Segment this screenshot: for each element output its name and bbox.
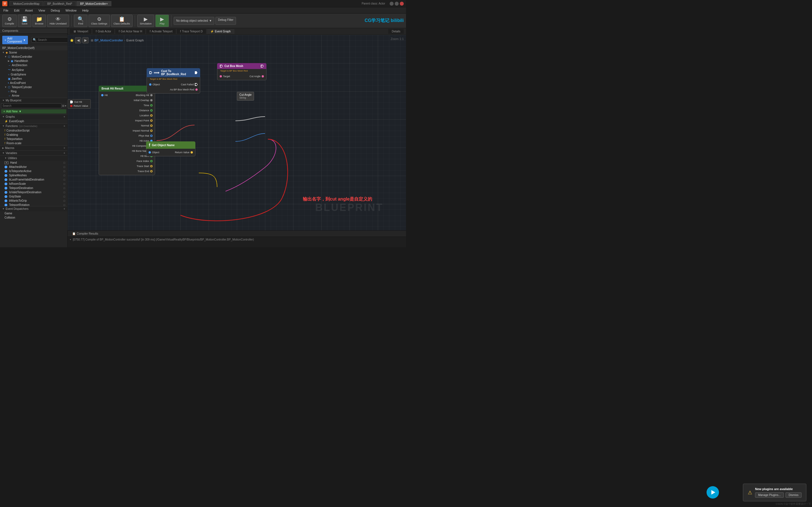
menu-window[interactable]: Window: [64, 8, 78, 13]
ed-collision[interactable]: Collision: [0, 216, 67, 220]
add-new-label: Add New: [6, 110, 18, 113]
class-settings-icon: ⚙: [97, 17, 101, 22]
tree-arc-direction[interactable]: → ArcDirection: [0, 63, 67, 67]
var-blast-frame[interactable]: bLastFrameValidDestination □: [0, 177, 67, 182]
tree-event-graph[interactable]: ⚡ EventGraph: [0, 119, 67, 123]
tab-bp-motion-controller[interactable]: BP_MotionController+: [77, 1, 111, 6]
cut-pin-target: Target Cut Angle: [217, 74, 266, 79]
ed-game[interactable]: Game: [0, 211, 67, 216]
spline-dot: [4, 174, 7, 177]
var-spline-meshes[interactable]: SplineMeshes □: [0, 173, 67, 177]
tree-arc-spline[interactable]: 〜 ArcSpline: [0, 67, 67, 72]
cast-as-bp-pin: [195, 89, 198, 91]
var-is-valid-tp[interactable]: IsValidTeleportDestination □: [0, 190, 67, 194]
func-teleportation[interactable]: f Teleportation: [0, 137, 67, 141]
menu-file[interactable]: File: [2, 8, 10, 13]
my-blueprint-header[interactable]: ▼ My Blueprint: [0, 98, 67, 103]
tr-dot: [4, 204, 7, 207]
var-teleport-dest[interactable]: TeleportDestination □: [0, 186, 67, 190]
minimize-btn[interactable]: [390, 2, 394, 6]
menu-view[interactable]: View: [37, 8, 46, 13]
event-dispatchers-header[interactable]: ▼ Event Dispatchers +: [0, 206, 67, 211]
get-object-name-node[interactable]: f Get Object Name Object Return Value: [146, 142, 195, 156]
tab-trace-teleport[interactable]: f Trace Teleport D: [177, 29, 206, 34]
compiler-results-tab[interactable]: 📋 Compiler Results: [70, 231, 100, 236]
class-settings-button[interactable]: ⚙ Class Settings: [89, 15, 110, 27]
search-options-icon[interactable]: ⊞: [62, 104, 64, 107]
var-is-room-scale[interactable]: IsRoomScale □: [0, 182, 67, 186]
var-is-teleporter-active[interactable]: IsTeleporterActive □: [0, 169, 67, 173]
tree-grab-sphere[interactable]: ○ GrabSphere: [0, 72, 67, 76]
graph-area[interactable]: ⭐ ◀ ▶ ⊞ BP_MotionController › Event Grap…: [68, 35, 406, 230]
var-group-utilities[interactable]: ▼ Utilities: [0, 156, 67, 161]
add-ed-icon[interactable]: +: [63, 207, 65, 210]
compile-button[interactable]: ⚙ Compile: [2, 15, 17, 27]
func-construction-script[interactable]: f ConstructionScript: [0, 128, 67, 133]
menu-help[interactable]: Help: [81, 8, 90, 13]
tab-details[interactable]: Details: [388, 29, 404, 34]
tab-event-graph[interactable]: ⚡ Event Graph: [207, 29, 234, 34]
search-filter-icon[interactable]: ▾: [65, 104, 66, 107]
simulation-button[interactable]: ▶ Simulation: [137, 15, 154, 27]
tree-jian-ren[interactable]: ▣ JianRen: [0, 76, 67, 81]
menu-edit[interactable]: Edit: [13, 8, 20, 13]
my-blueprint-search-input[interactable]: [1, 103, 61, 108]
variables-header[interactable]: ▼ Variables +: [0, 151, 67, 156]
menu-debug[interactable]: Debug: [50, 8, 61, 13]
tc-icon: ⬡: [8, 86, 10, 89]
var-hand[interactable]: H Hand □: [0, 161, 67, 165]
debug-selector[interactable]: No debug object selected ▼: [174, 17, 214, 25]
tab-motion-controller-map[interactable]: MotionControllerMap: [10, 1, 43, 6]
back-button[interactable]: ◀: [75, 37, 81, 43]
add-macro-icon[interactable]: +: [63, 147, 65, 150]
tree-scene[interactable]: ▼ ◆ Scene: [0, 50, 67, 55]
break-hit-result-node[interactable]: Break Hit Result Hit Blocking Hit Initia…: [99, 86, 155, 175]
var-attached-actor[interactable]: AttachedActor □: [0, 165, 67, 169]
add-var-icon[interactable]: +: [63, 152, 65, 155]
tab-get-actor-near-h[interactable]: f Get Actor Near H: [115, 29, 146, 34]
func-grabbing[interactable]: f Grabbing: [0, 133, 67, 137]
macros-header[interactable]: ▶ Macros +: [0, 145, 67, 151]
play-button[interactable]: ▶ Play: [155, 15, 169, 27]
find-button[interactable]: 🔍 Find: [74, 15, 87, 27]
tab-bp-boxmesh-red[interactable]: BP_BoxMesh_Red*: [44, 1, 76, 6]
functions-header[interactable]: ▼ Functions (19 Overridable) +: [0, 123, 67, 128]
breadcrumb: ⭐ ◀ ▶ ⊞ BP_MotionController › Event Grap…: [70, 37, 144, 43]
cut-box-node[interactable]: Cut Box Mesh Target is BP Box Mesh Red T…: [217, 63, 266, 80]
ring-label: Ring: [11, 90, 17, 93]
out-hit-exec-pin: [70, 101, 73, 103]
tooltip-line1: Cut Angle: [239, 93, 252, 96]
tree-teleport-cylinder[interactable]: ▼ ⬡ TeleportCylinder: [0, 85, 67, 89]
hide-unrelated-button[interactable]: 👁 Hide Unrelated: [47, 15, 69, 27]
debug-filter-button[interactable]: Debug Filter: [215, 17, 236, 25]
tree-motion-controller[interactable]: ▼ ⬡ MotionController: [0, 55, 67, 59]
cast-node[interactable]: ⟹ Cast To BP_BoxMesh_Red Target is BP Bo…: [147, 68, 200, 94]
tab-activate-teleport[interactable]: f Activate Teleport: [146, 29, 176, 34]
var-teleport-rot[interactable]: TeleportRotation □: [0, 203, 67, 206]
forward-button[interactable]: ▶: [82, 37, 89, 43]
add-component-button[interactable]: + Add Component ▼: [2, 36, 28, 44]
tree-hand-mesh[interactable]: ▶ ▣ HandMesh: [0, 59, 67, 63]
var-wants-grip[interactable]: bWantsToGrip □: [0, 199, 67, 203]
add-func-icon[interactable]: +: [63, 124, 65, 128]
tab-viewport[interactable]: 🖥 Viewport: [70, 29, 92, 34]
tree-arc-end-point[interactable]: • ArcEndPoint: [0, 81, 67, 85]
class-defaults-button[interactable]: 📋 Class Defaults: [111, 15, 133, 27]
component-search-bar[interactable]: 🔍: [31, 37, 68, 43]
var-grip-state[interactable]: GripState □: [0, 194, 67, 199]
save-button[interactable]: 💾 Save: [18, 15, 31, 27]
graphs-header[interactable]: ▼ Graphs +: [0, 114, 67, 119]
add-graph-icon[interactable]: +: [63, 115, 65, 118]
add-new-button[interactable]: + Add New ▼: [1, 109, 66, 114]
menu-asset[interactable]: Asset: [24, 8, 34, 13]
tab-grab-actor[interactable]: f Grab Actor: [93, 29, 115, 34]
breadcrumb-root[interactable]: BP_MotionController: [94, 39, 123, 42]
cast-exec-out: [195, 71, 197, 74]
tree-arrow[interactable]: → Arrow: [0, 94, 67, 98]
tree-ring[interactable]: ○ Ring: [0, 89, 67, 94]
browse-button[interactable]: 📁 Browse: [33, 15, 46, 27]
component-search-input[interactable]: [38, 38, 68, 41]
maximize-btn[interactable]: [395, 2, 399, 6]
func-room-scale[interactable]: f Room-scale: [0, 141, 67, 145]
close-btn[interactable]: [400, 2, 404, 6]
